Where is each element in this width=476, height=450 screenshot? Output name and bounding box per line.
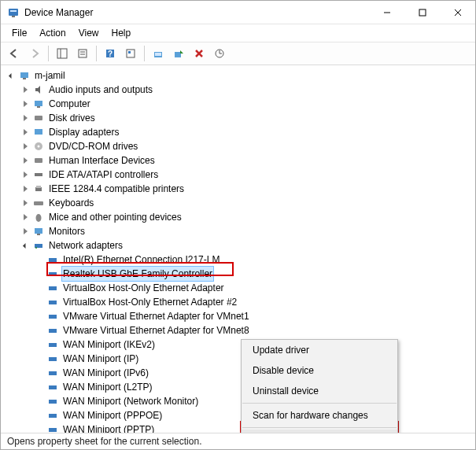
tree-category-label: IEEE 1284.4 compatible printers bbox=[47, 182, 186, 196]
help-button[interactable]: ? bbox=[101, 45, 119, 62]
tree-device-wan-ipv6[interactable]: WAN Miniport (IPv6) bbox=[2, 366, 474, 380]
tree-device-wan-l2tp[interactable]: WAN Miniport (L2TP) bbox=[2, 380, 474, 394]
svg-rect-45 bbox=[49, 329, 57, 333]
tree-category-ide[interactable]: IDE ATA/ATAPI controllers bbox=[2, 168, 474, 182]
svg-point-39 bbox=[35, 247, 37, 249]
svg-rect-22 bbox=[20, 72, 28, 78]
menu-file[interactable]: File bbox=[6, 26, 33, 40]
tree-device-vbox2[interactable]: VirtualBox Host-Only Ethernet Adapter #2 bbox=[2, 295, 474, 309]
tree-category-keyboards[interactable]: Keyboards bbox=[2, 196, 474, 210]
tree-device-wan-monitor[interactable]: WAN Miniport (Network Monitor) bbox=[2, 394, 474, 408]
uninstall-device-button[interactable] bbox=[190, 45, 208, 62]
caret-icon[interactable] bbox=[20, 214, 31, 220]
tree-category-hid[interactable]: Human Interface Devices bbox=[2, 153, 474, 168]
svg-rect-18 bbox=[175, 52, 181, 57]
update-driver-button[interactable] bbox=[149, 45, 167, 62]
caret-icon[interactable] bbox=[20, 87, 31, 93]
properties-button[interactable] bbox=[74, 45, 91, 62]
ctx-properties[interactable]: Properties bbox=[242, 430, 397, 433]
tree-device-label: VirtualBox Host-Only Ethernet Adapter #2 bbox=[61, 295, 238, 309]
ctx-separator bbox=[242, 427, 397, 428]
tree-device-label: WAN Miniport (PPTP) bbox=[61, 422, 156, 433]
tree-device-wan-pppoe[interactable]: WAN Miniport (PPPOE) bbox=[2, 408, 474, 422]
svg-rect-48 bbox=[49, 371, 57, 375]
tree-category-label: Keyboards bbox=[47, 196, 95, 210]
caret-icon[interactable] bbox=[20, 115, 31, 121]
tree-category-display[interactable]: Display adapters bbox=[2, 125, 474, 139]
tree-device-intel[interactable]: Intel(R) Ethernet Connection I217-LM bbox=[2, 253, 474, 267]
caret-icon[interactable] bbox=[20, 200, 31, 206]
caret-icon[interactable] bbox=[6, 74, 17, 78]
tree-device-label: WAN Miniport (IKEv2) bbox=[61, 338, 157, 352]
tree-category-audio[interactable]: Audio inputs and outputs bbox=[2, 83, 474, 97]
svg-rect-7 bbox=[57, 49, 67, 58]
tree-category-label: Display adapters bbox=[47, 125, 120, 139]
scan-hardware-button[interactable] bbox=[211, 45, 228, 62]
enable-device-button[interactable] bbox=[170, 45, 187, 62]
close-button[interactable] bbox=[440, 1, 475, 24]
tree-device-vmw8[interactable]: VMware Virtual Ethernet Adapter for VMne… bbox=[2, 323, 474, 338]
tree-device-label: VMware Virtual Ethernet Adapter for VMne… bbox=[61, 309, 251, 323]
svg-rect-17 bbox=[155, 53, 161, 56]
svg-rect-51 bbox=[49, 414, 57, 418]
caret-icon[interactable] bbox=[20, 186, 31, 192]
tree-root-label: m-jamil bbox=[33, 68, 67, 83]
network-adapter-icon bbox=[46, 253, 59, 266]
caret-icon[interactable] bbox=[20, 143, 31, 149]
ctx-disable-device[interactable]: Disable device bbox=[242, 360, 397, 381]
svg-point-29 bbox=[38, 146, 40, 148]
network-adapter-icon bbox=[46, 409, 59, 422]
maximize-button[interactable] bbox=[404, 1, 440, 24]
tree-device-wan-pptp[interactable]: WAN Miniport (PPTP) bbox=[2, 422, 474, 433]
tree-device-vmw1[interactable]: VMware Virtual Ethernet Adapter for VMne… bbox=[2, 309, 474, 323]
show-hide-console-tree-button[interactable] bbox=[54, 45, 71, 62]
minimize-button[interactable] bbox=[369, 1, 404, 24]
disk-icon bbox=[32, 112, 45, 124]
tree-category-disk[interactable]: Disk drives bbox=[2, 111, 474, 125]
network-icon bbox=[32, 239, 45, 252]
ctx-update-driver[interactable]: Update driver bbox=[242, 340, 397, 360]
device-tree[interactable]: m-jamil Audio inputs and outputs Compute… bbox=[1, 65, 475, 433]
action-button[interactable] bbox=[122, 45, 139, 62]
tree-category-monitors[interactable]: Monitors bbox=[2, 224, 474, 238]
svg-rect-41 bbox=[49, 272, 57, 276]
tree-category-mice[interactable]: Mice and other pointing devices bbox=[2, 210, 474, 224]
menu-action[interactable]: Action bbox=[33, 26, 72, 40]
forward-button[interactable] bbox=[26, 45, 43, 62]
back-button[interactable] bbox=[6, 45, 23, 62]
svg-rect-2 bbox=[12, 16, 15, 17]
ctx-uninstall-device[interactable]: Uninstall device bbox=[242, 381, 397, 401]
menu-view[interactable]: View bbox=[72, 26, 105, 40]
menu-help[interactable]: Help bbox=[105, 26, 138, 40]
toolbar-separator bbox=[48, 46, 49, 61]
mouse-icon bbox=[32, 211, 45, 223]
caret-icon[interactable] bbox=[20, 157, 31, 164]
tree-category-computer[interactable]: Computer bbox=[2, 97, 474, 111]
tree-category-label: Mice and other pointing devices bbox=[47, 210, 183, 224]
ctx-scan-hardware[interactable]: Scan for hardware changes bbox=[242, 405, 397, 426]
svg-rect-50 bbox=[49, 400, 57, 404]
tree-category-dvd[interactable]: DVD/CD-ROM drives bbox=[2, 139, 474, 153]
tree-device-wan-ip[interactable]: WAN Miniport (IP) bbox=[2, 352, 474, 366]
tree-device-label: WAN Miniport (IP) bbox=[61, 352, 140, 366]
tree-root[interactable]: m-jamil bbox=[2, 68, 474, 83]
caret-icon[interactable] bbox=[20, 129, 31, 135]
network-adapter-icon bbox=[46, 282, 59, 294]
caret-icon[interactable] bbox=[20, 244, 31, 248]
tree-category-label: Human Interface Devices bbox=[47, 153, 157, 168]
tree-device-vbox1[interactable]: VirtualBox Host-Only Ethernet Adapter bbox=[2, 281, 474, 295]
caret-icon[interactable] bbox=[20, 228, 31, 234]
caret-icon[interactable] bbox=[20, 101, 31, 107]
tree-device-wan-ikev2[interactable]: WAN Miniport (IKEv2) bbox=[2, 338, 474, 352]
app-icon bbox=[7, 6, 20, 19]
content-area: m-jamil Audio inputs and outputs Compute… bbox=[1, 65, 475, 433]
tree-category-label: DVD/CD-ROM drives bbox=[47, 139, 139, 153]
svg-rect-24 bbox=[35, 101, 42, 106]
tree-category-ieee[interactable]: IEEE 1284.4 compatible printers bbox=[2, 182, 474, 196]
tree-device-label: Intel(R) Ethernet Connection I217-LM bbox=[61, 253, 221, 267]
tree-category-network[interactable]: Network adapters bbox=[2, 238, 474, 253]
tree-device-realtek[interactable]: Realtek USB GbE Family Controller bbox=[2, 267, 474, 281]
ctx-separator bbox=[242, 403, 397, 404]
tree-category-label: Audio inputs and outputs bbox=[47, 83, 154, 97]
caret-icon[interactable] bbox=[20, 172, 31, 178]
